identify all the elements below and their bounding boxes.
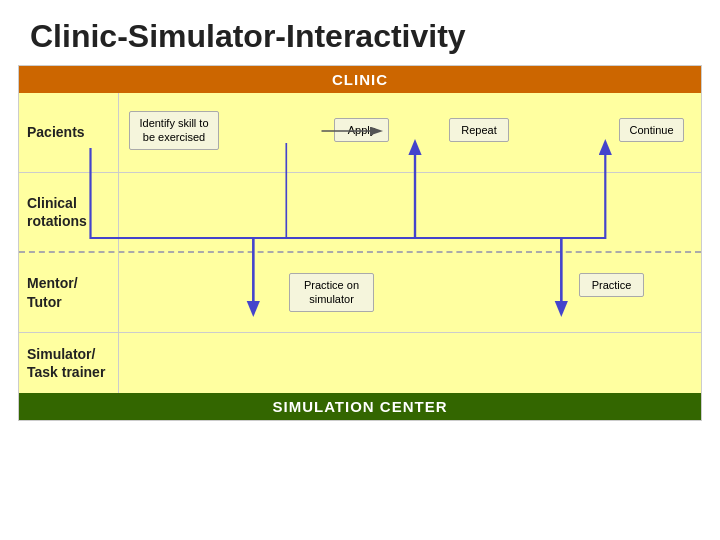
- row-mentor: Mentor/ Tutor Practice on simulator Prac…: [19, 253, 701, 333]
- simulation-footer: SIMULATION CENTER: [19, 393, 701, 420]
- row-patients: Pacients Identify skill to be exercised …: [19, 93, 701, 173]
- practice-sim-box: Practice on simulator: [289, 273, 374, 312]
- content-patients: Identify skill to be exercised Apply Rep…: [119, 93, 701, 172]
- apply-box: Apply: [334, 118, 389, 142]
- label-clinical: Clinical rotations: [19, 173, 119, 251]
- practice-box: Practice: [579, 273, 644, 297]
- repeat-box: Repeat: [449, 118, 509, 142]
- row-simulator: Simulator/ Task trainer: [19, 333, 701, 393]
- content-mentor: Practice on simulator Practice: [119, 253, 701, 332]
- clinic-header: CLINIC: [19, 66, 701, 93]
- diagram-container: CLINIC Pacients Identify skill to be exe…: [18, 65, 702, 421]
- label-simulator: Simulator/ Task trainer: [19, 333, 119, 393]
- continue-box: Continue: [619, 118, 684, 142]
- page-title: Clinic-Simulator-Interactivity: [0, 0, 720, 65]
- row-clinical: Clinical rotations: [19, 173, 701, 253]
- identify-box: Identify skill to be exercised: [129, 111, 219, 150]
- content-clinical: [119, 173, 701, 251]
- label-patients: Pacients: [19, 93, 119, 172]
- content-simulator: [119, 333, 701, 393]
- label-mentor: Mentor/ Tutor: [19, 253, 119, 332]
- diagram-body: Pacients Identify skill to be exercised …: [19, 93, 701, 393]
